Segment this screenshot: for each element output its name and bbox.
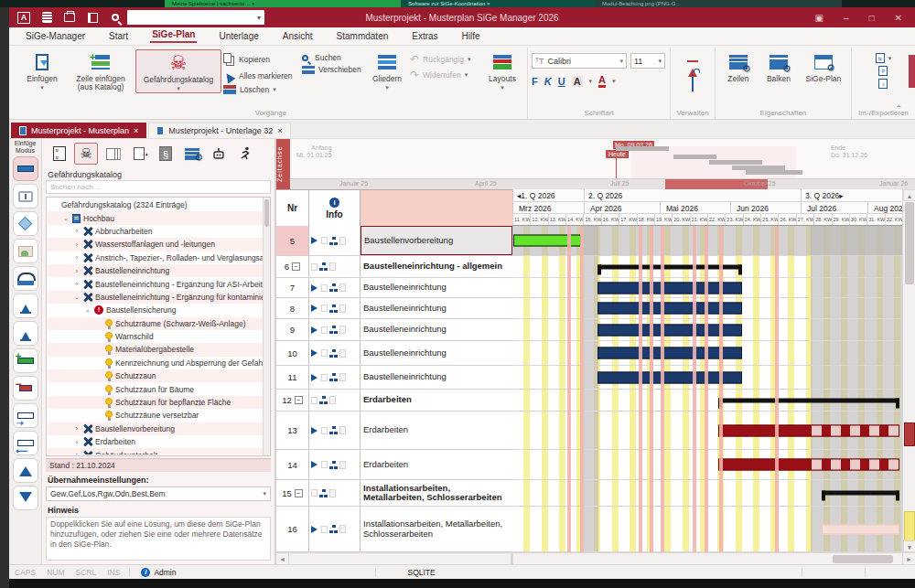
hierarchy-icon[interactable] [329,461,338,469]
week-header-cell[interactable]: 32. KW [885,214,902,225]
highlight-color-button[interactable]: A [572,76,583,87]
insert-mode-remove-row-button[interactable] [13,376,38,401]
hierarchy-icon[interactable] [329,525,338,533]
row-info-cell[interactable] [309,507,361,551]
tree-expander-icon[interactable]: › [73,241,81,248]
tree-item[interactable]: ›Abbrucharbeiten [48,225,263,238]
week-header-cell[interactable]: 20. KW [672,214,689,225]
document-tab[interactable]: Musterprojekt - Unterlage 32× [148,123,290,138]
report-icon[interactable] [84,11,101,24]
timeline-header[interactable]: ◂1. Q 20262. Q 20263. Q 2026▸ Mrz 2026Ap… [512,189,902,226]
week-header-cell[interactable]: 21. KW [690,214,707,225]
week-header-cell[interactable]: 18. KW [637,214,654,225]
tree-item[interactable]: ⌄!Baustellensicherung [48,304,263,316]
row-number-cell[interactable]: 11 [276,366,309,389]
info-column-header[interactable]: i Info [309,190,361,226]
export-page-icon[interactable] [127,143,151,165]
scroll-up-icon[interactable]: ▲ [903,189,915,201]
month-header-cell[interactable]: Mai 2026 [660,202,730,214]
insert-mode-move-up-button[interactable] [13,458,38,483]
row-info-cell[interactable] [309,366,361,389]
gewerk-cell[interactable]: Baustellenvorbereitung [361,226,512,255]
tree-expander-icon[interactable]: › [73,439,81,445]
hierarchy-icon[interactable] [329,283,338,292]
menu-tab-hilfe[interactable]: Hilfe [460,29,482,43]
checkbox-icon[interactable] [321,326,328,334]
row-info-cell[interactable] [309,319,361,340]
week-header-cell[interactable]: 17. KW [619,214,636,225]
tree-item[interactable]: ›Baustelleneinrichtung [48,264,263,277]
week-header-cell[interactable]: 31. KW [867,214,884,225]
hierarchy-icon[interactable] [319,396,328,404]
gantt-overview[interactable]: Zeitachse AnfangMi. 01.01.25 EndeDo. 31.… [276,139,915,189]
hierarchy-icon[interactable] [329,305,338,313]
row-number-cell[interactable]: 16 [276,507,309,551]
table-row[interactable]: 13Erdarbeiten [276,412,512,450]
insert-mode-add-row-button[interactable] [13,348,38,373]
checkbox-icon[interactable] [321,237,328,244]
minimize-button[interactable]: – [844,13,849,23]
collapse-icon[interactable]: − [295,489,303,497]
gewerk-cell[interactable]: Erdarbeiten [361,450,512,479]
gewerk-cell[interactable]: Baustelleneinrichtung [361,319,512,340]
checklist-icon[interactable]: ≡≡ [48,143,71,165]
alles-markieren-button[interactable]: Alles markieren [223,69,300,82]
insert-mode-move-down-button[interactable] [13,486,38,510]
row-info-cell[interactable] [309,226,361,255]
tree-expander-icon[interactable]: ⌄ [73,294,81,301]
browser-tab[interactable]: Modul-Beachung.png (PNG-G… [595,0,842,7]
close-button[interactable]: ✕ [895,13,902,23]
horizontal-scrollbar[interactable]: ◄ ► [276,552,915,564]
table-row[interactable]: 16Installationsarbeiten, Metallarbeiten,… [276,507,512,552]
scroll-right-icon[interactable]: ► [902,553,915,565]
row-info-cell[interactable] [309,412,361,449]
tree-expander-icon[interactable]: › [73,425,81,432]
tree-item[interactable]: ›Anstrich-, Tapezier-, Rolladen- und Ver… [48,251,263,264]
checkbox-icon[interactable] [321,427,328,434]
hierarchy-icon[interactable] [329,426,338,434]
gewerk-cell[interactable]: Erdarbeiten [361,390,512,411]
window-pin-icon[interactable]: ▣ [815,13,824,23]
summary-bar[interactable] [822,491,899,496]
tree-item[interactable]: Materialübergabestelle [48,343,263,356]
menu-tab-stammdaten[interactable]: Stammdaten [335,29,391,43]
week-header-cell[interactable]: 12. KW [530,214,547,225]
hierarchy-icon[interactable] [329,237,338,245]
tree-expander-icon[interactable]: › [73,281,81,287]
quarter-header-cell[interactable]: 3. Q 2026▸ [801,189,902,201]
table-row[interactable]: 10Baustelleneinrichtung [276,341,512,366]
tree-item[interactable]: ⌄Hochbau [48,211,263,224]
quarter-header-cell[interactable]: 2. Q 2026 [584,189,801,201]
week-header-cell[interactable]: 30. KW [849,214,867,225]
row-info-cell[interactable] [309,256,361,277]
settings-bars-icon[interactable] [180,143,204,165]
row-number-cell[interactable]: 8 [276,298,309,318]
week-header-cell[interactable]: 19. KW [654,214,672,225]
table-row[interactable]: 6−Baustelleneinrichtung - allgemein [276,256,512,278]
goto-arrow-icon[interactable] [311,374,321,381]
checkbox-icon[interactable] [321,284,328,292]
insert-mode-cone-check-button[interactable] [13,294,38,318]
week-header-cell[interactable]: 25. KW [760,214,778,225]
month-header-cell[interactable]: Aug 2026 [867,202,902,214]
checkbox-icon[interactable] [321,374,328,381]
nr-column-header[interactable]: Nr [276,190,309,226]
tree-item[interactable]: Schutzzaun für bepflanzte Fläche [48,396,263,409]
balken-button[interactable]: Balken [759,49,798,83]
week-header-cell[interactable]: 29. KW [832,214,849,225]
row-number-cell[interactable]: 12− [276,390,309,411]
week-header-cell[interactable]: 11. KW [512,214,530,225]
overview-timescale-strip[interactable]: Januar 25April 25Juli 25Oktober 25Januar… [290,178,915,189]
maximize-button[interactable]: □ [869,13,875,23]
font-color-button[interactable]: A [598,74,606,88]
row-number-cell[interactable]: 15− [276,480,309,506]
browser-tab[interactable]: Software zur SiGe-Koordination × [401,0,595,7]
row-number-cell[interactable]: 6− [276,256,309,277]
task-bar[interactable] [718,424,899,436]
task-bar[interactable] [822,524,899,534]
collapse-icon[interactable]: − [292,262,300,271]
week-header-cell[interactable]: 28. KW [813,214,831,225]
hierarchy-icon[interactable] [329,349,338,358]
goto-arrow-icon[interactable] [311,326,321,334]
week-header-cell[interactable]: 27. KW [796,214,813,225]
